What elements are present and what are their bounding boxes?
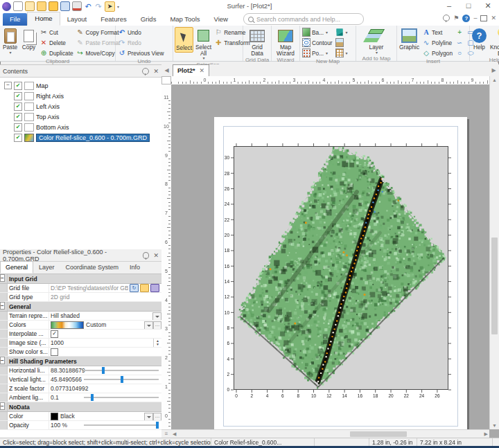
close-button[interactable]: ✕ <box>478 0 498 12</box>
property-value[interactable]: D:\EP Testing\datasets\for GBJ - Sur...↻ <box>49 284 161 292</box>
slider-track[interactable] <box>84 370 159 371</box>
slider-track[interactable] <box>84 397 159 398</box>
drawing-canvas[interactable]: 0246810121416182022242602468101214161820… <box>171 84 489 429</box>
property-checkbox[interactable] <box>51 348 58 356</box>
visibility-checkbox[interactable]: ✔ <box>14 123 22 132</box>
tab-scroll-right-icon[interactable]: ▶ <box>490 66 498 74</box>
more-options-button[interactable]: … <box>153 321 161 329</box>
search-input[interactable]: Search commands and Help... <box>243 13 364 25</box>
close-panel-icon[interactable]: ✕ <box>153 68 159 75</box>
new-from-template-icon[interactable] <box>25 1 35 11</box>
slider-track[interactable] <box>84 379 159 380</box>
doc-minimize-icon[interactable]: – <box>473 14 477 22</box>
flag-icon[interactable]: ⚑ <box>453 14 459 22</box>
tree-item[interactable]: ✔Bottom Axis <box>0 122 161 132</box>
property-value[interactable]: Hill shaded <box>49 312 161 320</box>
pin-panel-icon[interactable] <box>142 68 149 75</box>
tab-scroll-left-icon[interactable]: ◀ <box>163 66 170 74</box>
new-3d-surface-button[interactable]: ▾ <box>335 27 349 37</box>
print-icon[interactable] <box>72 1 82 11</box>
tab-close-icon[interactable]: ✕ <box>200 67 205 74</box>
slider-thumb[interactable] <box>121 376 123 383</box>
select-tool-icon[interactable]: ➤ <box>105 1 115 12</box>
tab-layout[interactable]: Layout <box>60 13 94 26</box>
new-post-map-button[interactable]: Po...▾ <box>301 48 333 58</box>
property-value[interactable]: Custom… <box>49 321 161 329</box>
property-value[interactable]: 100 % <box>49 421 161 429</box>
delete-button[interactable]: ✕Delete <box>39 37 74 48</box>
colormap-gradient-swatch[interactable] <box>51 321 84 329</box>
property-value[interactable]: 2D grid <box>49 293 161 301</box>
new-base-map-button[interactable]: Ba...▾ <box>301 27 333 37</box>
slider-track[interactable] <box>84 424 159 426</box>
undo-icon[interactable]: ↶ <box>84 2 92 10</box>
property-value[interactable]: ✓ <box>49 330 161 338</box>
doc-close-icon[interactable]: ✕ <box>491 14 496 22</box>
horizontal-scroll-thumb[interactable] <box>350 431 407 437</box>
tree-item[interactable]: −✔Map <box>0 80 161 91</box>
paste-format-button[interactable]: ✎Paste Format <box>76 37 121 48</box>
tab-file[interactable]: File <box>3 13 27 26</box>
cut-button[interactable]: ✂Cut <box>39 27 74 37</box>
tree-item-label[interactable]: Left Axis <box>36 103 60 110</box>
duplicate-button[interactable]: ⊕Duplicate <box>39 48 74 58</box>
add-layer-button[interactable]: Layer▾ <box>368 27 385 55</box>
minimize-button[interactable]: – <box>439 0 459 12</box>
tab-grids[interactable]: Grids <box>134 13 164 26</box>
scroll-left-icon[interactable]: ◀ <box>173 431 176 437</box>
pin-properties-icon[interactable] <box>143 252 150 259</box>
property-value[interactable]: Black… <box>49 412 161 420</box>
insert-spline-button[interactable]: ∽ <box>455 37 464 48</box>
properties-tab-coordinate-system[interactable]: Coordinate System <box>60 261 125 274</box>
property-value[interactable]: 45.8490566 <box>49 375 161 384</box>
insert-symbol-button[interactable]: + <box>455 27 464 37</box>
property-section[interactable]: −Input Grid <box>0 274 161 284</box>
tab-view[interactable]: View <box>207 13 235 26</box>
nodata-color-swatch[interactable] <box>51 413 58 420</box>
property-value[interactable]: 0.1 <box>49 393 161 402</box>
scroll-right-icon[interactable]: ▶ <box>484 431 488 437</box>
pin-icon[interactable] <box>443 15 450 21</box>
vertical-ruler[interactable] <box>161 84 172 429</box>
visibility-checkbox[interactable]: ✔ <box>14 113 22 121</box>
knowledge-base-button[interactable]: Knowledge Base <box>489 27 499 57</box>
properties-tab-info[interactable]: Info <box>124 261 146 274</box>
import-icon[interactable] <box>49 1 58 11</box>
select-all-button[interactable]: Select All▾ <box>195 27 212 62</box>
tab-map-tools[interactable]: Map Tools <box>163 13 207 26</box>
visibility-checkbox[interactable]: ✔ <box>14 102 22 111</box>
dropdown-chevron-icon[interactable] <box>152 312 161 320</box>
new-wireframe-button[interactable]: ▾ <box>335 48 349 58</box>
more-options-button[interactable]: … <box>153 413 161 420</box>
dropdown-chevron-icon[interactable] <box>144 413 153 420</box>
property-section[interactable]: −Hill Shading Parameters <box>0 357 161 366</box>
new-contour-map-button[interactable]: Contour <box>301 37 333 48</box>
insert-polyline-button[interactable]: ∿Polyline <box>421 37 453 48</box>
property-value[interactable]: 88.30188679 <box>49 366 161 375</box>
save-grid-icon[interactable] <box>150 284 159 292</box>
copy-button[interactable]: Copy <box>20 27 37 51</box>
redo-icon[interactable]: ↷ <box>94 2 103 10</box>
tree-item[interactable]: ✔Right Axis <box>0 91 161 101</box>
map-wizard-button[interactable]: Map Wizard <box>273 27 298 57</box>
move-copy-button[interactable]: ↪Move/Copy <box>76 48 121 58</box>
undo-button[interactable]: ↶Undo <box>117 27 164 37</box>
copy-format-button[interactable]: ✎Copy Format <box>76 27 121 37</box>
tab-home[interactable]: Home <box>27 12 60 26</box>
save-icon[interactable] <box>60 1 70 11</box>
dropdown-chevron-icon[interactable] <box>144 321 153 329</box>
property-value[interactable]: 0.0773104992 <box>49 384 161 393</box>
color-relief-layer[interactable] <box>234 147 448 389</box>
tree-item-label[interactable]: Color Relief-slice_0.600 - 0.700m.GRD <box>36 134 150 142</box>
new-image-map-button[interactable] <box>335 37 349 48</box>
map-frame[interactable] <box>234 146 448 390</box>
doc-restore-icon[interactable] <box>480 15 487 21</box>
slider-thumb[interactable] <box>102 367 105 374</box>
section-collapse-icon[interactable]: − <box>0 402 5 410</box>
new-document-icon[interactable] <box>13 1 23 11</box>
open-icon[interactable] <box>37 1 46 11</box>
insert-graphic-button[interactable]: Graphic <box>399 27 420 51</box>
slider-thumb[interactable] <box>91 394 94 401</box>
plot-document-tab[interactable]: Plot2*✕ <box>173 64 209 76</box>
redo-button[interactable]: ↷Redo <box>117 37 164 48</box>
